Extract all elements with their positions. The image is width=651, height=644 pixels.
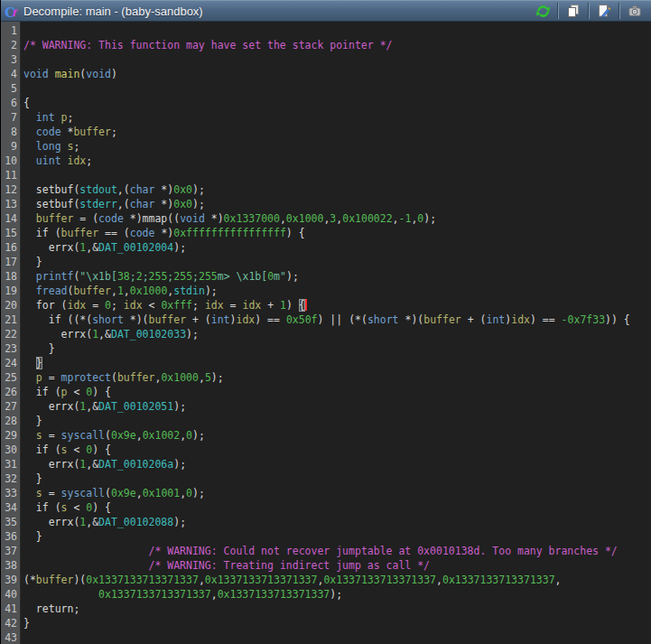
- code-token: long: [36, 140, 61, 153]
- code-line[interactable]: [23, 52, 651, 67]
- code-token: 0x1000: [161, 371, 199, 384]
- line-number: 17: [1, 255, 17, 269]
- code-token: }: [23, 530, 42, 543]
- code-token: /* WARNING: Treating indirect jump as ca…: [148, 559, 430, 572]
- line-number: 36: [1, 529, 17, 544]
- line-number: 20: [1, 298, 17, 313]
- code-token: 0x1000: [130, 285, 168, 297]
- code-line[interactable]: code *buffer;: [23, 125, 651, 139]
- code-token: );: [192, 183, 205, 196]
- code-token: }: [23, 415, 42, 427]
- code-line[interactable]: errx(1,&DAT_00102051);: [23, 399, 651, 414]
- code-token: buffer: [73, 126, 111, 138]
- text-cursor: [305, 299, 307, 311]
- code-token: ,: [393, 212, 399, 225]
- code-token: (: [49, 501, 61, 514]
- code-token: ): [111, 68, 117, 80]
- code-line[interactable]: errx(1,&DAT_00102004);: [23, 240, 651, 255]
- code-line[interactable]: }: [23, 414, 651, 428]
- code-line[interactable]: if (s < 0) {: [23, 443, 651, 457]
- code-token: );: [192, 429, 205, 442]
- line-number: 34: [1, 500, 17, 515]
- code-line[interactable]: /* WARNING: This function may have set t…: [23, 38, 651, 52]
- code-lines[interactable]: /* WARNING: This function may have set t…: [21, 22, 651, 644]
- code-token: =: [224, 299, 243, 312]
- code-line[interactable]: [23, 23, 651, 38]
- code-line[interactable]: fread(buffer,1,0x1000,stdin);: [23, 284, 651, 298]
- code-line[interactable]: int p;: [23, 110, 651, 125]
- code-line[interactable]: setbuf(stderr,(char *)0x0);: [23, 197, 651, 211]
- code-token: buffer: [149, 313, 187, 326]
- code-token: (: [49, 227, 61, 239]
- code-line[interactable]: p = mprotect(buffer,0x1000,5);: [23, 370, 651, 385]
- code-token: 0: [105, 299, 111, 312]
- line-number: 11: [1, 168, 17, 182]
- code-line[interactable]: }: [23, 356, 651, 370]
- code-token: ,: [436, 574, 442, 586]
- code-line[interactable]: buffer = (code *)mmap((void *)0x1337000,…: [23, 211, 651, 226]
- code-token: idx: [511, 313, 530, 326]
- code-token: 0x1337133713371337: [98, 588, 211, 601]
- code-line[interactable]: }: [23, 616, 651, 630]
- snapshot-button[interactable]: [625, 2, 645, 20]
- code-line[interactable]: return;: [23, 602, 651, 616]
- code-line[interactable]: void main(void): [23, 67, 651, 81]
- code-line[interactable]: if (p < 0) {: [23, 385, 651, 399]
- code-line[interactable]: errx(1,&DAT_00102088);: [23, 515, 651, 529]
- code-line[interactable]: (*buffer)(0x1337133713371337,0x133713371…: [23, 573, 651, 587]
- code-token: [23, 140, 36, 153]
- code-token: buffer: [117, 371, 155, 384]
- code-token: ) ==: [255, 313, 286, 326]
- code-line[interactable]: errx(1,&DAT_0010206a);: [23, 457, 651, 471]
- code-line[interactable]: {: [23, 96, 651, 110]
- window-title: Decompile: main - (baby-sandbox): [23, 5, 203, 18]
- code-line[interactable]: [23, 81, 651, 96]
- code-token: );: [330, 588, 342, 601]
- code-token: 0: [186, 487, 192, 499]
- code-token: ,: [124, 285, 130, 297]
- code-line[interactable]: long s;: [23, 139, 651, 154]
- code-token: );: [205, 285, 218, 297]
- code-token: setbuf(: [23, 198, 79, 210]
- code-token: [23, 111, 36, 124]
- code-token: m> \x1b[: [218, 270, 267, 283]
- code-line[interactable]: setbuf(stdout,(char *)0x0);: [23, 182, 651, 197]
- code-line[interactable]: uint idx;: [23, 154, 651, 168]
- code-token: [23, 270, 36, 283]
- code-token: 0x9e: [111, 429, 136, 442]
- code-line[interactable]: for (idx = 0; idx < 0xfff; idx = idx + 1…: [23, 298, 651, 313]
- code-token: );: [173, 458, 186, 471]
- code-line[interactable]: [23, 630, 651, 644]
- copy-button[interactable]: [563, 2, 583, 20]
- code-token: mprotect: [61, 371, 111, 384]
- code-line[interactable]: if ((*(short *)(buffer + (int)idx) == 0x…: [23, 313, 651, 327]
- code-token: void: [86, 68, 111, 80]
- line-number: 10: [1, 154, 17, 168]
- line-number: 26: [1, 385, 17, 399]
- code-line[interactable]: [23, 168, 651, 182]
- code-line[interactable]: printf("\x1b[38;2;255;255;255m> \x1b[0m"…: [23, 269, 651, 284]
- line-number: 39: [1, 573, 17, 587]
- code-line[interactable]: if (buffer == (code *)0xffffffffffffffff…: [23, 226, 651, 240]
- code-line[interactable]: s = syscall(0x9e,0x1002,0);: [23, 428, 651, 443]
- code-token: (: [49, 386, 61, 398]
- export-button[interactable]: [594, 2, 614, 20]
- code-token: }: [23, 342, 55, 355]
- code-line[interactable]: 0x1337133713371337,0x1337133713371337);: [23, 587, 651, 602]
- code-line[interactable]: }: [23, 529, 651, 544]
- code-line[interactable]: /* WARNING: Treating indirect jump as ca…: [23, 558, 651, 573]
- code-line[interactable]: }: [23, 255, 651, 269]
- code-line[interactable]: s = syscall(0x9e,0x1001,0);: [23, 486, 651, 500]
- code-token: if: [49, 313, 61, 326]
- code-token: 1: [280, 299, 286, 312]
- code-token: [23, 212, 36, 225]
- code-line[interactable]: /* WARNING: Could not recover jumptable …: [23, 544, 651, 558]
- code-line[interactable]: }: [23, 341, 651, 356]
- code-line[interactable]: errx(1,&DAT_00102033);: [23, 327, 651, 341]
- line-number: 38: [1, 558, 17, 573]
- code-token: 38: [117, 270, 130, 283]
- refresh-button[interactable]: [533, 2, 553, 20]
- code-token: if: [36, 227, 49, 239]
- code-line[interactable]: if (s < 0) {: [23, 500, 651, 515]
- code-line[interactable]: }: [23, 471, 651, 486]
